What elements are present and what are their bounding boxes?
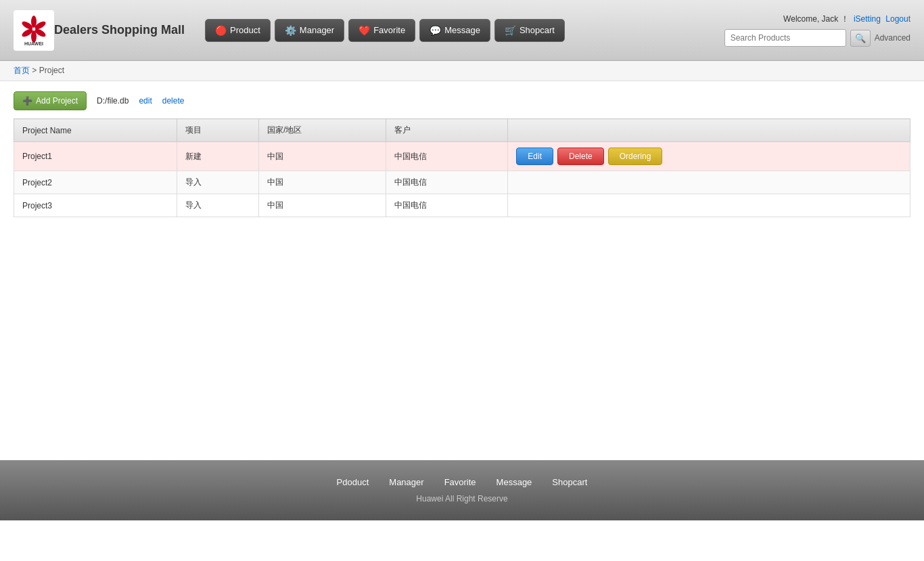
- nav-area: 🔴 Product ⚙️ Manager ❤️ Favorite 💬 Messa…: [205, 19, 724, 42]
- cell-region: 中国: [258, 171, 386, 194]
- main-content: ➕ Add Project D:/file.db edit delete Pro…: [0, 81, 924, 460]
- nav-product-label: Product: [230, 25, 260, 35]
- welcome-text: Welcome, Jack ！ iSetting Logout: [783, 14, 910, 25]
- cell-type: 导入: [177, 194, 259, 217]
- footer-nav-link[interactable]: Pdoduct: [337, 477, 369, 487]
- nav-favorite[interactable]: ❤️ Favorite: [348, 19, 415, 42]
- breadcrumb-separator: >: [32, 66, 37, 75]
- action-cell: Edit Delete Ordering: [516, 148, 902, 165]
- shopcart-icon: 🛒: [505, 25, 516, 36]
- search-input[interactable]: [724, 29, 846, 47]
- cell-region: 中国: [258, 142, 386, 171]
- col-region: 国家/地区: [258, 119, 386, 142]
- toolbar: ➕ Add Project D:/file.db edit delete: [14, 91, 910, 110]
- nav-shopcart-label: Shopcart: [519, 25, 555, 35]
- table-row: Project3 导入 中国 中国电信: [14, 194, 910, 217]
- add-icon: ➕: [22, 96, 32, 106]
- isetting-link[interactable]: iSetting: [854, 14, 881, 24]
- cell-type: 新建: [177, 142, 259, 171]
- footer-copyright: Huawei All Right Reserve: [14, 494, 910, 503]
- header: HUAWEI Dealers Shopping Mall 🔴 Product ⚙…: [0, 0, 924, 61]
- nav-product[interactable]: 🔴 Product: [205, 19, 271, 42]
- table-row: Project2 导入 中国 中国电信: [14, 171, 910, 194]
- footer-nav-link[interactable]: Favorite: [444, 477, 476, 487]
- cell-customer: 中国电信: [386, 142, 508, 171]
- add-project-label: Add Project: [36, 96, 78, 106]
- cell-actions: [508, 171, 910, 194]
- add-project-button[interactable]: ➕ Add Project: [14, 91, 87, 110]
- cell-actions: [508, 194, 910, 217]
- message-icon: 💬: [430, 25, 441, 36]
- table-header-row: Project Name 项目 国家/地区 客户: [14, 119, 910, 142]
- logo-area: HUAWEI Dealers Shopping Mall: [14, 10, 185, 51]
- advanced-link[interactable]: Advanced: [875, 33, 910, 43]
- cell-actions: Edit Delete Ordering: [508, 142, 910, 171]
- delete-link[interactable]: delete: [162, 96, 185, 106]
- nav-message[interactable]: 💬 Message: [419, 19, 490, 42]
- nav-manager[interactable]: ⚙️ Manager: [275, 19, 344, 42]
- nav-shopcart[interactable]: 🛒 Shopcart: [494, 19, 565, 42]
- nav-message-label: Message: [444, 25, 480, 35]
- col-customer: 客户: [386, 119, 508, 142]
- huawei-logo-icon: HUAWEI: [14, 10, 54, 51]
- ordering-button[interactable]: Ordering: [608, 148, 663, 165]
- cell-customer: 中国电信: [386, 171, 508, 194]
- nav-manager-label: Manager: [300, 25, 334, 35]
- cell-name: Project1: [14, 142, 177, 171]
- project-table: Project Name 项目 国家/地区 客户 Project1 新建 中国 …: [14, 118, 910, 217]
- search-area: 🔍 Advanced: [724, 29, 910, 47]
- svg-text:HUAWEI: HUAWEI: [24, 41, 43, 46]
- cell-name: Project3: [14, 194, 177, 217]
- favorite-icon: ❤️: [359, 25, 370, 36]
- edit-link[interactable]: edit: [139, 96, 152, 106]
- footer-nav: PdoductManagerFavoriteMessageShopcart: [14, 477, 910, 487]
- breadcrumb-home[interactable]: 首页: [14, 66, 30, 75]
- cell-name: Project2: [14, 171, 177, 194]
- col-project-name: Project Name: [14, 119, 177, 142]
- breadcrumb: 首页 > Project: [0, 61, 924, 81]
- nav-favorite-label: Favorite: [373, 25, 405, 35]
- footer-nav-link[interactable]: Manager: [389, 477, 423, 487]
- manager-icon: ⚙️: [285, 25, 296, 36]
- logout-link[interactable]: Logout: [885, 14, 910, 24]
- breadcrumb-current: Project: [39, 66, 64, 75]
- cell-region: 中国: [258, 194, 386, 217]
- footer-nav-link[interactable]: Shopcart: [552, 477, 587, 487]
- search-button[interactable]: 🔍: [850, 30, 871, 47]
- file-path: D:/file.db: [97, 96, 129, 106]
- col-actions: [508, 119, 910, 142]
- site-title: Dealers Shopping Mall: [54, 23, 185, 37]
- col-type: 项目: [177, 119, 259, 142]
- product-icon: 🔴: [215, 25, 227, 36]
- right-area: Welcome, Jack ！ iSetting Logout 🔍 Advanc…: [724, 14, 910, 47]
- footer-nav-link[interactable]: Message: [496, 477, 532, 487]
- edit-button[interactable]: Edit: [516, 148, 553, 165]
- footer: PdoductManagerFavoriteMessageShopcart Hu…: [0, 460, 924, 520]
- cell-customer: 中国电信: [386, 194, 508, 217]
- delete-button[interactable]: Delete: [557, 148, 604, 165]
- table-row: Project1 新建 中国 中国电信 Edit Delete Ordering: [14, 142, 910, 171]
- cell-type: 导入: [177, 171, 259, 194]
